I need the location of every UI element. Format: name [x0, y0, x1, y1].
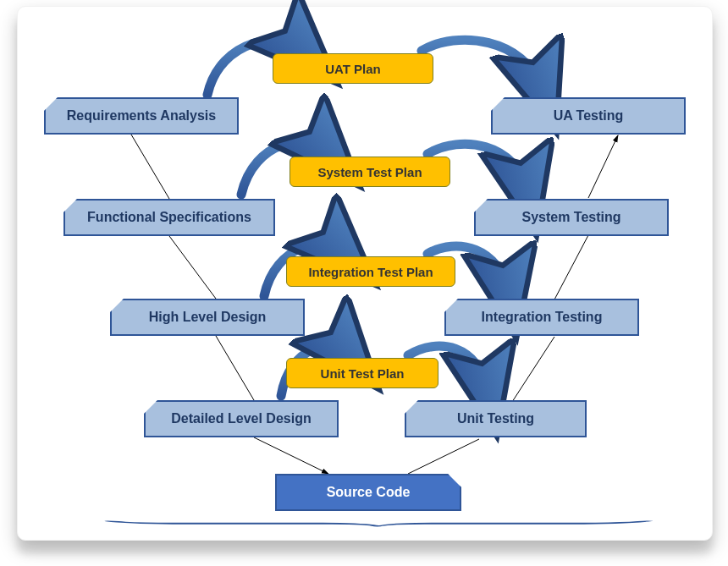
box-integration-test-plan: Integration Test Plan — [286, 256, 455, 287]
box-system-testing: System Testing — [474, 199, 669, 236]
box-integration-testing: Integration Testing — [444, 299, 639, 336]
box-source-code: Source Code — [275, 474, 461, 511]
box-ua-testing: UA Testing — [491, 97, 686, 135]
box-high-level-design: High Level Design — [110, 299, 305, 336]
box-functional-specifications: Functional Specifications — [63, 199, 275, 236]
box-detailed-level-design: Detailed Level Design — [144, 400, 339, 437]
box-system-test-plan: System Test Plan — [290, 157, 450, 187]
bottom-brace: ︸ — [87, 519, 646, 531]
box-uat-plan: UAT Plan — [273, 53, 433, 84]
box-unit-test-plan: Unit Test Plan — [286, 358, 438, 388]
box-requirements-analysis: Requirements Analysis — [44, 97, 239, 135]
box-unit-testing: Unit Testing — [405, 400, 587, 437]
